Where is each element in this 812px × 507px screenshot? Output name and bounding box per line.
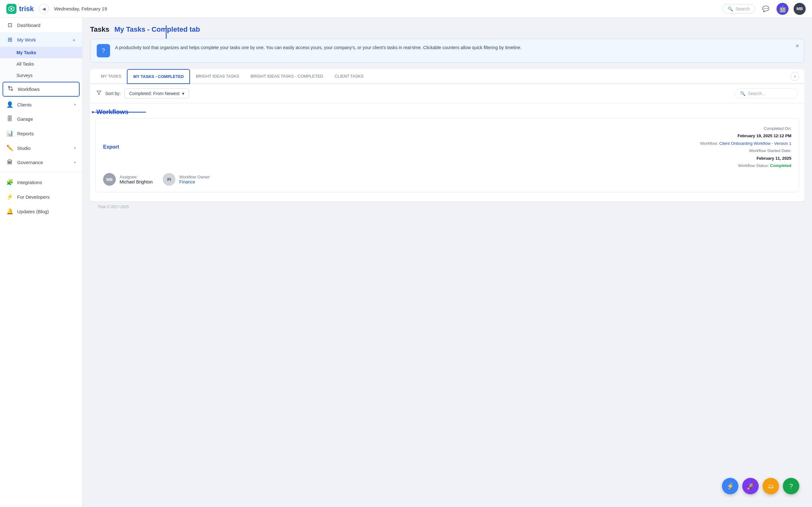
fab-orange-button[interactable]: 🗂	[763, 478, 779, 494]
filter-bar: Sort by: Completed: From Newest ▾ 🔍 Sear…	[90, 84, 804, 103]
governance-icon: 🏛	[6, 159, 13, 166]
sidebar-item-all-tasks[interactable]: All Tasks	[0, 58, 82, 70]
sidebar-item-my-work[interactable]: ⊞ My Work ▲	[0, 32, 82, 47]
fab-purple-button[interactable]: 🚀	[742, 478, 759, 494]
info-banner-icon: ?	[97, 44, 110, 57]
tab-my-tasks-label: MY TASKS	[101, 74, 121, 78]
sidebar-label-my-work: My Work	[17, 37, 36, 43]
chevron-right-icon: ›	[794, 74, 796, 78]
tab-client-tasks[interactable]: CLIENT TASKS	[329, 69, 369, 84]
sidebar-label-dashboard: Dashboard	[17, 22, 40, 28]
search-icon: 🔍	[728, 6, 733, 11]
sidebar-item-reports[interactable]: 📊 Reports	[0, 126, 82, 141]
sidebar-divider	[0, 172, 82, 172]
clients-chevron-icon: ▾	[74, 102, 76, 107]
sort-value: Completed: From Newest	[129, 91, 180, 96]
tabs-next-button[interactable]: ›	[791, 72, 799, 81]
task-card-left: Export	[103, 144, 119, 150]
question-icon: ?	[102, 48, 105, 54]
tab-bright-ideas-completed-label: BRIGHT IDEAS TASKS - COMPLETED	[251, 74, 323, 78]
sidebar-label-for-developers: For Developers	[17, 194, 50, 200]
owner-value[interactable]: Finance	[179, 179, 211, 184]
tabs-bar: MY TASKS MY TASKS - COMPLETED BRIGHT IDE…	[90, 69, 804, 84]
ai-avatar[interactable]: 🤖	[776, 3, 789, 15]
fab-purple-icon: 🚀	[747, 482, 755, 490]
filter-search-icon: 🔍	[740, 91, 745, 96]
main-content: Tasks My Tasks - Completed tab ? A produ…	[83, 18, 812, 507]
tab-bright-ideas-tasks[interactable]: BRIGHT IDEAS TASKS	[190, 69, 245, 84]
sidebar-item-dashboard[interactable]: ⊡ Dashboard	[0, 18, 82, 32]
fab-orange-icon: 🗂	[768, 483, 774, 490]
sidebar-item-governance[interactable]: 🏛 Governance ▾	[0, 155, 82, 170]
layout: ⊡ Dashboard ⊞ My Work ▲ My Tasks All Tas…	[0, 18, 812, 507]
started-value: February 11, 2025	[700, 155, 792, 162]
owner-group: FI Workflow Owner: Finance	[163, 173, 211, 186]
sort-select[interactable]: Completed: From Newest ▾	[124, 89, 189, 99]
search-bar[interactable]: 🔍 Search	[722, 4, 755, 14]
sidebar-item-workflows[interactable]: Workflows	[3, 82, 80, 97]
filter-search-input[interactable]: 🔍 Search...	[734, 89, 798, 99]
dashboard-icon: ⊡	[6, 21, 13, 29]
sidebar: ⊡ Dashboard ⊞ My Work ▲ My Tasks All Tas…	[0, 18, 83, 507]
workflow-link[interactable]: Client Onboarding Workflow - Version 1	[719, 141, 792, 146]
sidebar-item-updates-blog[interactable]: 🔔 Updates (Blog)	[0, 204, 82, 219]
owner-avatar: FI	[163, 173, 175, 186]
my-work-icon: ⊞	[6, 36, 13, 43]
chat-button[interactable]: 💬	[760, 3, 771, 14]
status-label-row: Workflow Status: Completed	[700, 162, 792, 169]
fab-container: ⚡ 🚀 🗂 ?	[722, 478, 799, 494]
tab-bright-ideas-completed[interactable]: BRIGHT IDEAS TASKS - COMPLETED	[245, 69, 329, 84]
completed-on-value: February 19, 2025 12:12 PM	[700, 132, 792, 139]
owner-info: Workflow Owner: Finance	[179, 175, 211, 184]
sidebar-label-all-tasks: All Tasks	[16, 61, 34, 66]
sidebar-label-integrations: Integrations	[17, 180, 42, 185]
search-label: Search	[735, 6, 750, 11]
filter-icon[interactable]	[96, 90, 101, 97]
sidebar-item-for-developers[interactable]: ⚡ For Developers	[0, 189, 82, 204]
sidebar-item-studio[interactable]: ✏️ Studio ▾	[0, 141, 82, 155]
sidebar-item-integrations[interactable]: 🧩 Integrations	[0, 175, 82, 189]
tab-client-tasks-label: CLIENT TASKS	[335, 74, 363, 78]
sidebar-label-clients: Clients	[17, 102, 32, 107]
workflow-label-row: Workflow: Client Onboarding Workflow - V…	[700, 140, 792, 147]
back-button[interactable]: ◀	[39, 4, 49, 14]
sort-label: Sort by:	[105, 91, 120, 96]
sidebar-label-garage: Garage	[17, 116, 33, 122]
studio-chevron-icon: ▾	[74, 146, 76, 150]
logo-text: trisk	[19, 5, 34, 13]
task-title[interactable]: Export	[103, 144, 119, 150]
fab-blue-button[interactable]: ⚡	[722, 478, 739, 494]
sidebar-sub-my-work: My Tasks All Tasks Surveys	[0, 47, 82, 81]
sidebar-item-my-tasks[interactable]: My Tasks	[0, 47, 82, 58]
fab-green-button[interactable]: ?	[783, 478, 799, 494]
started-label-row: Workflow Started Date:	[700, 147, 792, 154]
info-banner: ? A productivity tool that organizes and…	[90, 39, 804, 63]
filter-search-placeholder: Search...	[748, 91, 766, 96]
close-icon: ×	[796, 43, 799, 49]
sidebar-label-governance: Governance	[17, 160, 43, 165]
user-avatar[interactable]: MB	[794, 3, 806, 15]
sidebar-label-reports: Reports	[17, 131, 34, 136]
sidebar-label-workflows: Workflows	[18, 87, 40, 92]
footer: Trisk © 2017-2025	[90, 201, 804, 212]
sidebar-item-garage[interactable]: 🗄 Garage	[0, 112, 82, 126]
tab-my-tasks-completed[interactable]: MY TASKS - COMPLETED	[127, 69, 190, 84]
tab-my-tasks[interactable]: MY TASKS	[95, 69, 127, 84]
info-banner-close-button[interactable]: ×	[796, 43, 799, 49]
task-card-header: Export Completed On: February 19, 2025 1…	[103, 125, 792, 169]
reports-icon: 📊	[6, 130, 13, 137]
sidebar-item-clients[interactable]: 👤 Clients ▾	[0, 97, 82, 112]
integrations-icon: 🧩	[6, 179, 13, 186]
assignee-group: MB Assignee: Michael Brighton	[103, 173, 153, 186]
svg-point-2	[8, 86, 10, 88]
fab-green-icon: ?	[789, 483, 793, 490]
garage-icon: 🗄	[6, 116, 13, 122]
sidebar-item-surveys[interactable]: Surveys	[0, 70, 82, 81]
task-card-body: MB Assignee: Michael Brighton FI	[103, 173, 792, 186]
svg-point-1	[10, 8, 12, 10]
svg-point-3	[11, 89, 13, 91]
assignee-info: Assignee: Michael Brighton	[119, 175, 153, 184]
logo[interactable]: trisk	[6, 4, 34, 14]
topbar-date: Wednesday, February 19	[54, 6, 107, 11]
page-header-area: Tasks My Tasks - Completed tab	[90, 25, 804, 34]
